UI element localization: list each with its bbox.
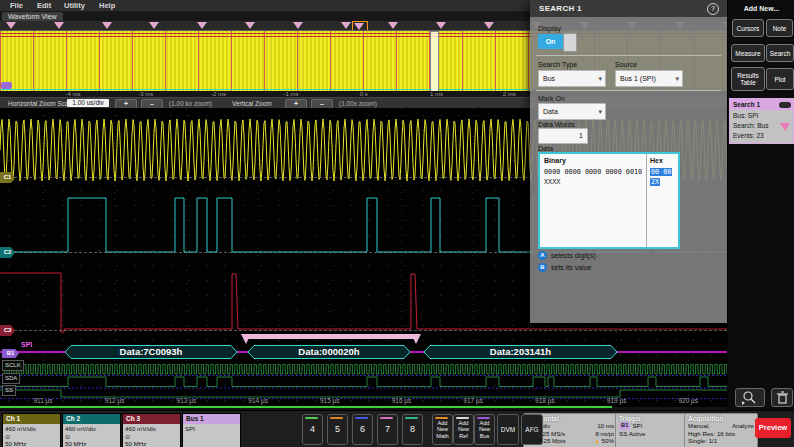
toggle-knob[interactable]: [563, 33, 577, 52]
display-label: Display: [538, 25, 561, 32]
search-mark-icon[interactable]: [245, 22, 255, 29]
data-pattern-box[interactable]: Binary Hex 0000 0000 0000 0000 0010 XXXX…: [538, 152, 680, 249]
add-new-bus-button[interactable]: Add New Bus: [474, 414, 495, 445]
binary-value-line2[interactable]: XXXX: [544, 178, 560, 186]
data-words-label: Data Words: [538, 121, 575, 128]
search-mark-icon[interactable]: [341, 22, 351, 29]
add-new-ref-label: Add New Ref: [454, 420, 473, 440]
search-mark-icon[interactable]: [149, 22, 159, 29]
search-mark-icon[interactable]: [102, 22, 112, 29]
delete-button[interactable]: [771, 388, 793, 407]
trigger-mark-icon: [354, 23, 364, 30]
search-mark-icon[interactable]: [293, 22, 303, 29]
ch5-number: 5: [335, 424, 340, 434]
menu-item-file[interactable]: File: [10, 1, 23, 10]
chevron-down-icon: ▾: [598, 104, 602, 119]
dvm-button[interactable]: DVM: [497, 414, 519, 445]
cursors-button[interactable]: Cursors: [732, 19, 764, 37]
hex-value-line2[interactable]: 2X: [650, 178, 660, 186]
ch6-button[interactable]: 6: [352, 414, 373, 445]
source-dropdown[interactable]: Bus 1 (SPI) ▾: [615, 70, 683, 87]
ch1-scale: 460 mV/div: [5, 425, 58, 433]
results-table-button[interactable]: Results Table: [731, 67, 765, 91]
overview-bus-marker: [1, 82, 12, 89]
bus1-badge[interactable]: Bus 1 SPI: [182, 413, 241, 447]
menu-item-help[interactable]: Help: [99, 1, 115, 10]
afg-button[interactable]: AFG: [521, 414, 543, 445]
zoom-mode-button[interactable]: [735, 388, 765, 407]
svg-text:Data:000020h: Data:000020h: [298, 346, 359, 357]
math-color-strip: [435, 417, 448, 419]
knob-b-hint: sets its value: [551, 264, 591, 271]
trigger-panel[interactable]: Trigger B1SPI SS Active: [615, 413, 687, 447]
search-button[interactable]: Search: [766, 44, 794, 62]
mark-on-dropdown[interactable]: Data ▾: [538, 103, 606, 120]
ch3-badge[interactable]: Ch 3 460 mV/div ⊙ 50 MHz: [122, 413, 181, 447]
display-toggle[interactable]: On: [538, 34, 576, 49]
h-resolution: 8 ns/pt: [595, 430, 614, 438]
search-type-dropdown[interactable]: Bus ▾: [538, 70, 606, 87]
search-mark-icon[interactable]: [197, 22, 207, 29]
time-axis-label: 914 µs: [241, 397, 275, 404]
column-divider: [646, 154, 647, 247]
ch2-bandwidth: 50 MHz: [65, 440, 118, 447]
search-config-panel: SEARCH 1 ? Display On Search Type Source…: [530, 0, 727, 323]
measure-button[interactable]: Measure: [731, 44, 765, 62]
search-mark-icon[interactable]: [388, 22, 398, 29]
ch6-color-strip: [355, 417, 368, 419]
search-mark-icon[interactable]: [6, 22, 16, 29]
h-zoom-scale-input[interactable]: 1.00 us/div: [67, 99, 109, 107]
note-button[interactable]: Note: [766, 19, 793, 37]
ch5-button[interactable]: 5: [327, 414, 348, 445]
knob-b-icon: B: [538, 263, 547, 272]
results-sidebar: Add New... Cursors Note Measure Search R…: [727, 0, 794, 410]
acq-count: Single: 1/1: [688, 437, 717, 445]
search-mark-icon[interactable]: [484, 22, 494, 29]
menu-item-edit[interactable]: Edit: [37, 1, 51, 10]
add-new-math-label: Add New Math: [433, 420, 452, 440]
acquisition-panel[interactable]: Acquisition Manual,Analyze High Res: 16 …: [684, 413, 758, 447]
add-new-bus-label: Add New Bus: [475, 420, 494, 440]
bus1-badge-header: Bus 1: [183, 414, 240, 424]
binary-value-line1[interactable]: 0000 0000 0000 0000 0010: [544, 168, 642, 176]
view-bottom-edge: [0, 406, 612, 408]
zoom-window-indicator[interactable]: [430, 31, 439, 94]
acq-analyze: Analyze: [732, 422, 754, 430]
add-new-ref-button[interactable]: Add New Ref: [453, 414, 474, 445]
ch4-color-strip: [305, 417, 318, 419]
eye-icon[interactable]: [779, 102, 791, 108]
oscilloscope-app: File Edit Utility Help Waveform View -4 …: [0, 0, 794, 447]
ch2-badge[interactable]: Ch 2 460 mV/div ⊙ 50 MHz: [62, 413, 121, 447]
tab-waveform-view[interactable]: Waveform View: [2, 12, 63, 21]
search1-badge[interactable]: Search 1 Bus: SPI Search: Bus Events: 23: [729, 98, 794, 144]
ch4-number: 4: [310, 424, 315, 434]
search-mark-icon[interactable]: [54, 22, 64, 29]
ch7-color-strip: [380, 417, 393, 419]
h-zoom-readout: (1.00 kx zoom): [169, 100, 212, 107]
search-type-label: Search Type: [538, 61, 577, 68]
preview-button[interactable]: Preview: [755, 418, 791, 438]
ch4-button[interactable]: 4: [302, 414, 323, 445]
v-zoom-label: Vertical Zoom: [232, 100, 272, 107]
add-new-math-button[interactable]: Add New Math: [432, 414, 453, 445]
search-mark-icon[interactable]: [436, 22, 446, 29]
chevron-down-icon: ▾: [675, 71, 679, 86]
trigger-pos-icon: ▲: [594, 438, 599, 444]
search1-badge-header[interactable]: Search 1: [730, 99, 793, 110]
help-icon[interactable]: ?: [707, 3, 719, 15]
ch3-badge-header: Ch 3: [123, 414, 180, 424]
acq-resolution: High Res: 16 bits: [688, 430, 735, 438]
menu-item-utility[interactable]: Utility: [64, 1, 85, 10]
separator: [536, 55, 721, 56]
ch7-button[interactable]: 7: [377, 414, 398, 445]
panel-title-bar[interactable]: SEARCH 1 ?: [530, 0, 727, 17]
ch3-ground-line: [14, 330, 727, 331]
time-axis-label: 913 µs: [169, 397, 203, 404]
sda-label: SDA: [2, 373, 20, 384]
hex-value-line1[interactable]: 00 00: [650, 168, 672, 176]
data-words-input[interactable]: 1: [538, 128, 588, 144]
ch1-badge[interactable]: Ch 1 460 mV/div ⊙ 50 MHz: [2, 413, 61, 447]
ch8-button[interactable]: 8: [402, 414, 423, 445]
plot-button[interactable]: Plot: [766, 68, 794, 90]
ch3-bandwidth: 50 MHz: [125, 440, 178, 447]
